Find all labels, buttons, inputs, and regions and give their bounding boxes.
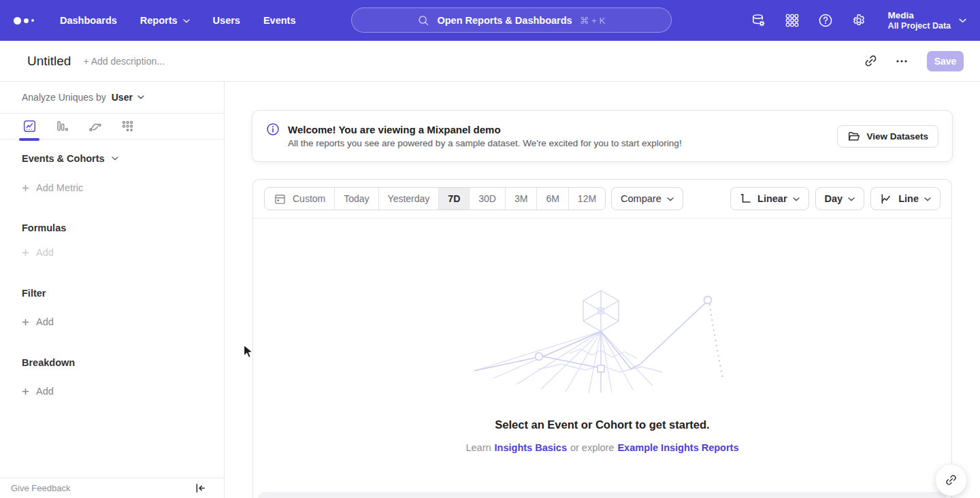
nav-item-users[interactable]: Users [213, 15, 240, 26]
chart-display-controls: Linear Day Line [730, 187, 941, 210]
range-custom-label: Custom [293, 193, 325, 204]
nav-right-controls: Media All Project Data [751, 10, 966, 31]
add-filter-label: Add [36, 316, 54, 327]
hint-middle: or explore [570, 442, 614, 453]
tab-funnels-icon[interactable] [54, 114, 69, 139]
project-selector[interactable]: Media All Project Data [888, 10, 966, 31]
empty-state-title: Select an Event or Cohort to get started… [253, 418, 951, 431]
events-cohorts-label: Events & Cohorts [22, 153, 105, 164]
project-name: Media [888, 10, 951, 21]
nav-item-reports-label: Reports [140, 15, 178, 26]
settings-gear-icon[interactable] [851, 12, 867, 29]
breakdown-label: Breakdown [22, 357, 75, 368]
sidebar-footer: Give Feedback [0, 478, 224, 498]
add-formula-button[interactable]: Add [22, 247, 54, 258]
nav-item-dashboards[interactable]: Dashboards [60, 15, 117, 26]
report-card: Custom Today Yesterday 7D 30D 3M 6M 12M … [252, 179, 952, 498]
copy-link-icon[interactable] [862, 52, 879, 70]
report-title[interactable]: Untitled [27, 54, 71, 69]
date-range-controls: Custom Today Yesterday 7D 30D 3M 6M 12M … [264, 187, 683, 210]
share-link-fab[interactable] [935, 464, 967, 496]
calendar-icon [274, 193, 287, 205]
scale-dropdown[interactable]: Linear [730, 187, 809, 210]
analyze-by-dropdown[interactable]: User [112, 92, 144, 103]
add-breakdown-button[interactable]: Add [22, 386, 54, 397]
more-options-icon[interactable] [893, 52, 911, 70]
range-yesterday[interactable]: Yesterday [378, 188, 439, 210]
add-filter-button[interactable]: Add [22, 316, 54, 327]
report-header-bar: Untitled + Add description... Save [0, 41, 980, 82]
search-icon [417, 14, 429, 27]
project-scope: All Project Data [888, 21, 951, 31]
range-6m[interactable]: 6M [536, 188, 568, 210]
nav-item-events[interactable]: Events [263, 15, 296, 26]
range-custom[interactable]: Custom [265, 188, 334, 210]
collapse-sidebar-icon[interactable] [195, 482, 206, 494]
insights-basics-link[interactable]: Insights Basics [495, 442, 567, 453]
save-button[interactable]: Save [927, 51, 964, 71]
formulas-header: Formulas [22, 222, 66, 233]
interval-dropdown[interactable]: Day [815, 187, 865, 210]
range-today[interactable]: Today [334, 188, 378, 210]
example-insights-reports-link[interactable]: Example Insights Reports [617, 442, 738, 453]
tab-retention-icon[interactable] [120, 114, 135, 139]
primary-nav: Dashboards Reports Users Events [60, 15, 295, 26]
view-datasets-label: View Datasets [866, 131, 928, 142]
filter-label: Filter [22, 288, 46, 299]
range-7d[interactable]: 7D [438, 188, 469, 210]
scale-label: Linear [757, 193, 787, 204]
plus-icon [22, 318, 29, 326]
range-3m[interactable]: 3M [505, 188, 536, 210]
chevron-down-icon [924, 197, 931, 201]
top-nav: Dashboards Reports Users Events Open Rep… [0, 0, 980, 41]
view-datasets-button[interactable]: View Datasets [837, 125, 938, 148]
interval-label: Day [825, 193, 843, 204]
banner-text: Welcome! You are viewing a Mixpanel demo… [288, 124, 682, 148]
compare-label: Compare [621, 193, 662, 204]
add-description-field[interactable]: + Add description... [83, 56, 164, 67]
query-builder-sidebar: Analyze Uniques by User Events & Cohorts [0, 82, 225, 498]
linear-axis-icon [740, 193, 752, 205]
chevron-down-icon [959, 18, 966, 23]
chevron-down-icon [137, 95, 144, 99]
banner-title: Welcome! You are viewing a Mixpanel demo [288, 124, 682, 135]
chart-toolbar: Custom Today Yesterday 7D 30D 3M 6M 12M … [253, 180, 951, 218]
chevron-down-icon [667, 197, 674, 201]
nav-item-reports[interactable]: Reports [140, 15, 190, 26]
line-chart-icon [880, 193, 893, 205]
events-cohorts-header[interactable]: Events & Cohorts [22, 153, 118, 164]
global-search-input[interactable]: Open Reports & Dashboards ⌘ + K [351, 7, 672, 33]
filter-header: Filter [22, 288, 46, 299]
chevron-down-icon [848, 197, 855, 201]
banner-subtitle: All the reports you see are powered by a… [288, 138, 682, 148]
range-30d[interactable]: 30D [469, 188, 505, 210]
analyze-by-value: User [112, 92, 133, 103]
search-placeholder: Open Reports & Dashboards [437, 15, 572, 26]
folder-icon [847, 130, 860, 143]
welcome-banner: Welcome! You are viewing a Mixpanel demo… [252, 110, 953, 162]
breakdown-header: Breakdown [22, 357, 75, 368]
add-metric-label: Add Metric [36, 182, 83, 193]
empty-state-illustration [473, 288, 732, 394]
give-feedback-link[interactable]: Give Feedback [11, 483, 70, 493]
help-icon[interactable] [817, 12, 834, 29]
tab-insights-icon[interactable] [22, 114, 37, 139]
apps-grid-icon[interactable] [784, 12, 800, 29]
card-footer-bar [258, 492, 947, 498]
chart-type-dropdown[interactable]: Line [870, 187, 941, 210]
mixpanel-logo-icon[interactable] [14, 17, 34, 24]
chevron-down-icon [183, 19, 190, 23]
tab-flows-icon[interactable] [87, 114, 102, 139]
analyze-row: Analyze Uniques by User [0, 82, 224, 114]
empty-state-hint: Learn Insights Basics or explore Example… [253, 442, 951, 453]
range-12m[interactable]: 12M [568, 188, 605, 210]
report-header-actions: Save [862, 51, 964, 71]
chevron-down-icon [112, 156, 118, 161]
add-formula-label: Add [36, 247, 54, 258]
main-content: Welcome! You are viewing a Mixpanel demo… [225, 82, 980, 498]
compare-dropdown[interactable]: Compare [611, 187, 683, 210]
add-metric-button[interactable]: Add Metric [22, 182, 83, 193]
report-type-tabs [0, 114, 224, 139]
plus-icon [22, 388, 29, 395]
data-connections-icon[interactable] [751, 12, 767, 29]
